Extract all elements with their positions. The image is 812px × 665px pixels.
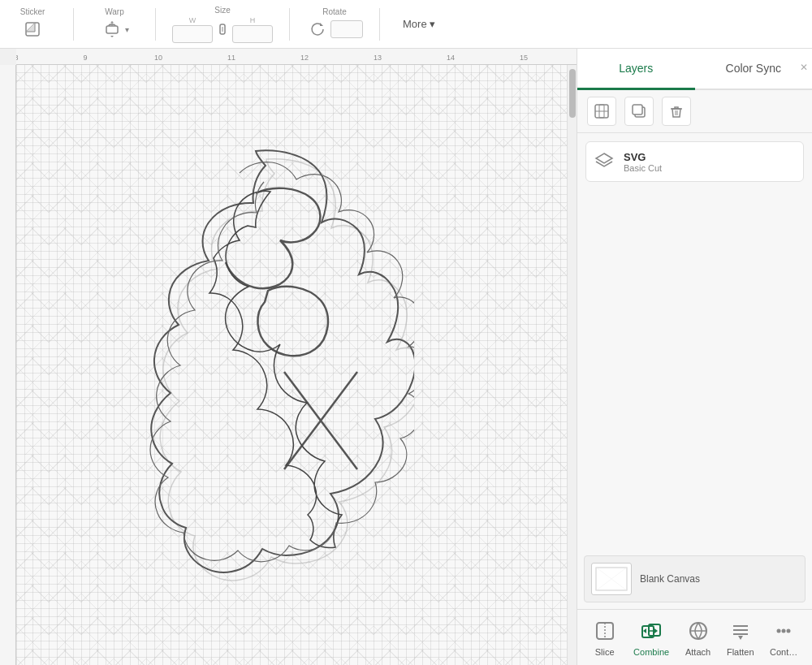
vertical-scrollbar[interactable] [567,65,577,665]
cont-button[interactable]: Cont… [770,618,797,657]
warp-icon[interactable] [101,18,123,41]
flatten-button[interactable]: Flatten [727,618,754,657]
svg-marker-3 [110,21,114,23]
toolbar-warp: Warp ▾ [90,7,139,41]
more-dropdown-icon: ▾ [430,18,435,30]
combine-button[interactable]: Combine [633,618,669,657]
svg-marker-4 [110,36,114,37]
main-area: 8 9 10 11 12 13 14 15 [0,49,812,665]
svg-marker-7 [320,23,323,26]
ruler-tick: 9 [83,54,87,62]
attach-label: Attach [685,647,710,657]
duplicate-layer-button[interactable] [624,97,654,126]
slice-icon [592,618,618,644]
panel-tabs: Layers Color Sync ✕ [577,49,812,90]
size-label: Size [214,6,230,15]
delete-layer-button[interactable] [662,97,691,126]
svg-rect-1 [106,26,118,33]
canvas-container[interactable]: 8 9 10 11 12 13 14 15 [0,49,577,665]
svg-point-32 [782,629,786,633]
sticker-label: Sticker [20,7,45,16]
canvas-area: 8 9 10 11 12 13 14 15 [0,49,577,665]
cont-label: Cont… [770,647,797,657]
flatten-label: Flatten [727,647,754,657]
svg-marker-30 [738,636,743,640]
right-panel: Layers Color Sync ✕ [577,49,812,665]
panel-bottom: Slice Combine [577,609,812,665]
rotate-input[interactable]: 0 [330,20,363,38]
tab-color-sync[interactable]: Color Sync ✕ [695,49,813,90]
toolbar-sticker: Sticker [8,7,57,41]
layers-tab-label: Layers [619,62,653,75]
ruler-tick: 12 [300,54,309,62]
combine-label: Combine [633,647,669,657]
slice-button[interactable]: Slice [592,618,618,657]
layer-info: SVG Basic Cut [624,151,662,173]
svg-marker-25 [654,628,658,633]
blank-canvas-label: Blank Canvas [640,573,700,585]
blank-canvas-item[interactable]: Blank Canvas [584,555,806,602]
add-layer-button[interactable] [587,97,616,126]
sticker-button[interactable] [21,18,44,41]
toolbar-size: Size W H [172,6,273,43]
layer-subtitle: Basic Cut [624,163,662,173]
vertical-ruler [0,65,16,665]
ruler-tick: 15 [520,54,528,62]
flatten-icon [728,618,754,644]
rotate-label: Rotate [322,7,346,16]
panel-content: SVG Basic Cut [577,133,812,349]
attach-icon [685,618,711,644]
combine-icon [638,618,664,644]
scrollbar-thumb[interactable] [569,69,576,118]
tab-layers[interactable]: Layers [577,49,695,90]
warp-label: Warp [105,7,124,16]
size-w-input[interactable] [172,25,213,43]
tab-close-icon[interactable]: ✕ [800,62,808,73]
panel-toolbar [577,90,812,133]
more-button[interactable]: More ▾ [396,15,442,33]
scrollbar-corner [0,49,16,65]
size-h-input[interactable] [232,25,273,43]
ruler-tick: 10 [154,54,162,62]
horizontal-ruler: 8 9 10 11 12 13 14 15 [16,49,577,65]
slice-label: Slice [595,647,615,657]
color-sync-tab-label: Color Sync [726,62,781,75]
ruler-tick: 13 [374,54,382,62]
rotate-icon[interactable] [306,18,329,41]
layer-title: SVG [624,151,662,163]
layer-icon [593,150,615,173]
panel-bottom-actions: Slice Combine [584,618,806,657]
blank-canvas-thumbnail [591,563,632,595]
ruler-tick: 14 [447,54,455,62]
attach-button[interactable]: Attach [685,618,711,657]
more-label: More [403,18,427,30]
layer-item[interactable]: SVG Basic Cut [585,141,804,182]
svg-point-33 [787,629,791,633]
design-svg-container [106,128,414,586]
panel-spacer [577,349,812,549]
cont-icon [771,618,797,644]
svg-marker-24 [643,628,646,633]
svg-point-31 [777,629,781,633]
svg-rect-12 [633,105,642,114]
ruler-tick: 11 [227,54,235,62]
toolbar-rotate: Rotate 0 [306,7,363,41]
toolbar: Sticker Warp ▾ S [0,0,812,49]
